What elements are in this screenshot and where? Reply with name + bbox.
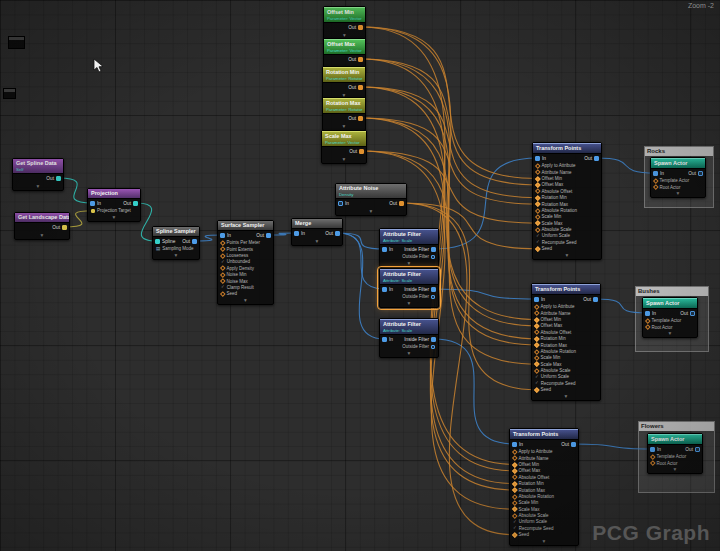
- density-pin[interactable]: [220, 266, 225, 271]
- abs-offset-pin[interactable]: [535, 189, 540, 194]
- node-spawn-2[interactable]: Spawn ActorInOutTemplate ActorRoot Actor…: [642, 297, 698, 338]
- node-merge[interactable]: MergeInOut▾: [291, 218, 343, 246]
- node-projection[interactable]: ProjectionInOutProjection Target▾: [87, 188, 141, 222]
- abs-offset-pin[interactable]: [512, 475, 517, 480]
- node-header[interactable]: Projection: [88, 189, 140, 199]
- input-pin[interactable]: [534, 297, 539, 302]
- recompute-seed-pin[interactable]: ✓: [513, 526, 517, 530]
- rotation-max-pin[interactable]: [534, 342, 539, 347]
- input-pin[interactable]: [653, 171, 658, 176]
- input-pin[interactable]: [382, 247, 387, 252]
- input-pin[interactable]: [338, 201, 343, 206]
- scale-max-pin[interactable]: [535, 221, 540, 226]
- node-header[interactable]: Attribute FilterAttribute: Scale: [380, 319, 438, 335]
- output-pin[interactable]: [266, 233, 271, 238]
- abs-scale-pin[interactable]: [512, 513, 517, 518]
- node-header[interactable]: Surface Sampler: [218, 221, 273, 231]
- input-pin[interactable]: [382, 337, 387, 342]
- output-pin[interactable]: [571, 442, 576, 447]
- node-header[interactable]: Spline Sampler: [153, 227, 199, 237]
- node-header[interactable]: Attribute FilterAttribute: Scale: [380, 229, 438, 245]
- output-pin[interactable]: [695, 447, 700, 452]
- input-pin[interactable]: [294, 231, 299, 236]
- collapse-chevron-icon[interactable]: ▾: [533, 252, 601, 259]
- node-header[interactable]: Offset MaxParameter: Vector: [324, 39, 365, 55]
- output-pin[interactable]: [359, 149, 364, 154]
- distant-node-0[interactable]: [8, 36, 25, 49]
- collapse-chevron-icon[interactable]: ▾: [643, 330, 697, 337]
- apply-attr-pin[interactable]: [535, 163, 540, 168]
- offset-max-pin[interactable]: [534, 323, 539, 328]
- input-pin[interactable]: [512, 442, 517, 447]
- scale-min-pin[interactable]: [534, 355, 539, 360]
- recompute-seed-pin[interactable]: ✓: [536, 240, 540, 244]
- abs-rotation-pin[interactable]: [512, 494, 517, 499]
- node-transform-1[interactable]: Transform PointsInOutApply to AttributeA…: [532, 142, 602, 260]
- collapse-chevron-icon[interactable]: ▾: [380, 260, 438, 267]
- attr-name-pin[interactable]: [534, 311, 539, 316]
- node-filter-3[interactable]: Attribute FilterAttribute: ScaleInInside…: [379, 318, 439, 358]
- collapse-chevron-icon[interactable]: ▾: [532, 393, 600, 400]
- rotation-min-pin[interactable]: [534, 336, 539, 341]
- output-pin[interactable]: [399, 201, 404, 206]
- distant-node-1[interactable]: [3, 88, 16, 99]
- abs-offset-pin[interactable]: [534, 330, 539, 335]
- collapse-chevron-icon[interactable]: ▾: [380, 350, 438, 357]
- node-g1[interactable]: Offset MinParameter: VectorOut▾: [323, 6, 366, 40]
- collapse-chevron-icon[interactable]: ▾: [15, 232, 69, 239]
- node-header[interactable]: Scale MaxParameter: Vector: [322, 131, 366, 147]
- rotation-min-pin[interactable]: [512, 481, 517, 486]
- node-header[interactable]: Spawn Actor: [643, 298, 697, 309]
- node-surface-sampler[interactable]: Surface SamplerInOutPoints Per MeterPoin…: [217, 220, 274, 305]
- input-pin[interactable]: [220, 233, 225, 238]
- clamp-pin[interactable]: ✓: [221, 285, 225, 289]
- root-pin[interactable]: [653, 185, 658, 190]
- offset-max-pin[interactable]: [512, 468, 517, 473]
- collapse-chevron-icon[interactable]: ▾: [292, 238, 342, 245]
- node-transform-2[interactable]: Transform PointsInOutApply to AttributeA…: [531, 283, 601, 401]
- output-pin[interactable]: [690, 311, 695, 316]
- node-filter-2[interactable]: Attribute FilterAttribute: ScaleInInside…: [379, 268, 439, 308]
- offset-min-pin[interactable]: [535, 176, 540, 181]
- scale-max-pin[interactable]: [534, 362, 539, 367]
- node-header[interactable]: Transform Points: [532, 284, 600, 295]
- root-pin[interactable]: [650, 461, 655, 466]
- seed-pin[interactable]: [535, 246, 540, 251]
- unbounded-pin[interactable]: ✓: [221, 260, 225, 264]
- output-pin[interactable]: [133, 201, 138, 206]
- seed-pin[interactable]: [512, 532, 517, 537]
- apply-attr-pin[interactable]: [512, 449, 517, 454]
- collapse-chevron-icon[interactable]: ▾: [648, 466, 702, 473]
- node-g4[interactable]: Rotation MaxParameter: RotatorOut▾: [322, 97, 366, 131]
- pcg-graph-canvas[interactable]: RocksBushesFlowers Get Spline DataSelfOu…: [0, 0, 720, 551]
- collapse-chevron-icon[interactable]: ▾: [510, 538, 578, 545]
- apply-attr-pin[interactable]: [534, 304, 539, 309]
- node-header[interactable]: Get Spline DataSelf: [13, 159, 63, 174]
- collapse-chevron-icon[interactable]: ▾: [153, 252, 199, 259]
- abs-scale-pin[interactable]: [534, 368, 539, 373]
- collapse-chevron-icon[interactable]: ▾: [336, 208, 406, 215]
- node-header[interactable]: Attribute NoiseDensity: [336, 184, 406, 199]
- attr-name-pin[interactable]: [535, 170, 540, 175]
- node-header[interactable]: Get Landscape Data: [15, 213, 69, 223]
- output-pin[interactable]: [594, 156, 599, 161]
- uniform-scale-pin[interactable]: ✓: [513, 520, 517, 524]
- uniform-scale-pin[interactable]: ✓: [536, 234, 540, 238]
- target-pin[interactable]: [91, 209, 95, 213]
- collapse-chevron-icon[interactable]: ▾: [323, 123, 365, 130]
- output-pin[interactable]: [358, 25, 363, 30]
- seed-pin[interactable]: [220, 291, 225, 296]
- abs-scale-pin[interactable]: [535, 227, 540, 232]
- output-pin[interactable]: [358, 116, 363, 121]
- node-header[interactable]: Rotation MaxParameter: Rotator: [323, 98, 365, 114]
- scale-min-pin[interactable]: [535, 214, 540, 219]
- output-pin[interactable]: [698, 171, 703, 176]
- node-g5[interactable]: Scale MaxParameter: VectorOut▾: [321, 130, 367, 164]
- seed-pin[interactable]: [534, 387, 539, 392]
- output-pin[interactable]: [431, 247, 436, 252]
- output-pin[interactable]: [593, 297, 598, 302]
- node-header[interactable]: Merge: [292, 219, 342, 229]
- attr-name-pin[interactable]: [512, 456, 517, 461]
- node-header[interactable]: Spawn Actor: [648, 434, 702, 445]
- rotation-max-pin[interactable]: [512, 487, 517, 492]
